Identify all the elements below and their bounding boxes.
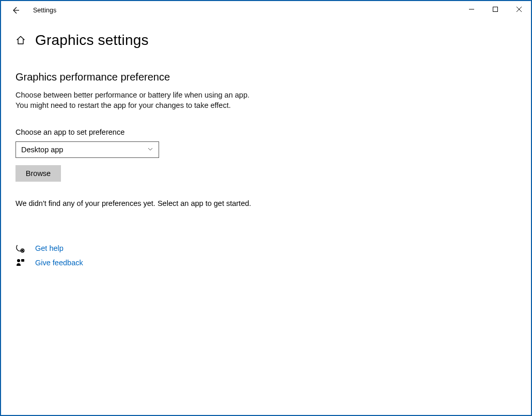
dropdown-value: Desktop app bbox=[21, 146, 63, 154]
help-link-text: Get help bbox=[35, 244, 64, 252]
app-type-dropdown[interactable]: Desktop app bbox=[15, 141, 159, 158]
chevron-down-icon bbox=[147, 146, 153, 154]
svg-point-5 bbox=[17, 259, 20, 262]
section-description: Choose between better performance or bat… bbox=[15, 90, 346, 110]
description-line: Choose between better performance or bat… bbox=[15, 90, 346, 101]
home-icon[interactable] bbox=[15, 35, 26, 45]
browse-button[interactable]: Browse bbox=[15, 165, 61, 182]
page-header: Graphics settings bbox=[15, 32, 517, 49]
titlebar: Settings bbox=[1, 1, 531, 20]
window-title: Settings bbox=[33, 7, 56, 14]
back-button[interactable] bbox=[8, 3, 23, 18]
maximize-button[interactable] bbox=[483, 1, 507, 18]
page-title: Graphics settings bbox=[35, 32, 149, 49]
feedback-link-text: Give feedback bbox=[35, 259, 83, 267]
content-area: Graphics settings Graphics performance p… bbox=[1, 20, 531, 267]
help-icon bbox=[15, 244, 25, 253]
status-text: We didn't find any of your preferences y… bbox=[15, 199, 517, 207]
close-button[interactable] bbox=[507, 1, 531, 18]
window-controls bbox=[460, 1, 531, 18]
dropdown-label: Choose an app to set preference bbox=[15, 128, 517, 136]
section-heading: Graphics performance preference bbox=[15, 71, 517, 83]
description-line: You might need to restart the app for yo… bbox=[15, 101, 346, 111]
feedback-link[interactable]: Give feedback bbox=[15, 258, 517, 267]
help-link[interactable]: Get help bbox=[15, 244, 517, 253]
minimize-button[interactable] bbox=[460, 1, 483, 18]
svg-rect-1 bbox=[493, 7, 498, 12]
svg-rect-6 bbox=[21, 259, 24, 262]
feedback-icon bbox=[15, 258, 25, 267]
